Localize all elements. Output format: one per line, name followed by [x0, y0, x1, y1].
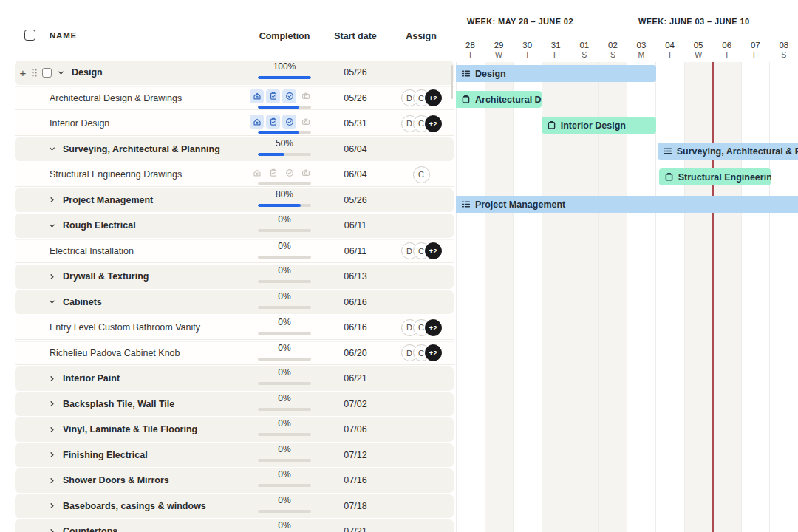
task-name[interactable]: Architectural Design & Drawings [50, 93, 182, 103]
drag-handle-icon[interactable] [30, 68, 38, 78]
check-badge-icon[interactable] [282, 115, 296, 129]
day-header[interactable]: 06T [712, 41, 741, 59]
task-name[interactable]: Countertops [63, 526, 117, 532]
day-header[interactable]: 29W [485, 41, 514, 59]
task-name[interactable]: Cabinets [63, 297, 102, 307]
check-badge-icon[interactable] [282, 166, 296, 180]
select-all-checkbox[interactable] [24, 30, 35, 41]
completion-cell[interactable]: 0% [244, 392, 325, 417]
table-row[interactable]: Finishing Electrical0%07/12 [15, 443, 454, 468]
clipboard-check-icon[interactable] [266, 89, 280, 103]
assignee-cell[interactable] [384, 443, 458, 468]
task-name[interactable]: Rough Electrical [63, 220, 136, 231]
assignee-cell[interactable]: DC+2 [384, 87, 458, 110]
assignee-cell[interactable]: DC+2 [384, 316, 458, 339]
completion-cell[interactable] [244, 163, 325, 186]
start-date-cell[interactable]: 06/04 [322, 163, 389, 186]
table-row[interactable]: Entry Level Custom Bathroom Vanity0%06/1… [15, 316, 454, 340]
home-icon[interactable] [250, 115, 264, 129]
completion-cell[interactable]: 0% [244, 240, 325, 263]
task-name[interactable]: Project Management [63, 195, 153, 205]
day-header[interactable]: 02S [598, 41, 627, 59]
table-row[interactable]: Project Management80%05/26 [15, 188, 454, 213]
home-icon[interactable] [250, 166, 264, 180]
table-row[interactable]: Structural Engineering Drawings06/04C [15, 163, 454, 187]
chevron-down-icon[interactable] [47, 221, 56, 230]
home-icon[interactable] [250, 89, 264, 103]
assignee-cell[interactable] [384, 519, 458, 532]
clipboard-check-icon[interactable] [266, 166, 280, 180]
start-date-cell[interactable]: 06/21 [322, 366, 389, 391]
completion-cell[interactable]: 0% [244, 290, 325, 315]
chevron-right-icon[interactable] [47, 425, 56, 434]
day-header[interactable]: 31F [542, 41, 570, 59]
completion-cell[interactable]: 0% [244, 342, 325, 365]
task-name[interactable]: Backsplash Tile, Wall Tile [63, 399, 174, 409]
table-scrollbar[interactable] [451, 65, 453, 99]
task-name[interactable]: Richelieu Padova Cabinet Knob [50, 348, 180, 358]
chevron-right-icon[interactable] [47, 400, 56, 409]
task-name[interactable]: Surveying, Architectural & Planning [63, 144, 220, 154]
table-row[interactable]: Rough Electrical0%06/11 [15, 214, 454, 238]
table-row[interactable]: Drywall & Texturing0%06/13 [15, 265, 454, 289]
table-row[interactable]: Richelieu Padova Cabinet Knob0%06/20DC+2 [15, 341, 454, 366]
assignee-cell[interactable] [384, 214, 458, 238]
start-date-cell[interactable]: 06/13 [322, 265, 389, 289]
table-row[interactable]: Shower Doors & Mirrors0%07/16 [15, 468, 454, 493]
table-row[interactable]: Interior Design05/31DC+2 [15, 112, 454, 136]
clipboard-check-icon[interactable] [266, 115, 280, 129]
completion-cell[interactable]: 0% [244, 265, 325, 289]
table-row[interactable]: Vinyl, Laminate & Tile Flooring0%07/06 [15, 417, 454, 442]
start-date-cell[interactable]: 05/26 [322, 61, 389, 85]
task-name[interactable]: Drywall & Texturing [63, 271, 149, 282]
day-header[interactable]: 05W [684, 41, 713, 59]
table-row[interactable]: Baseboards, casings & windows0%07/18 [15, 494, 454, 519]
chevron-down-icon[interactable] [56, 68, 65, 77]
gantt-bar[interactable]: Project Management [456, 196, 798, 213]
camera-icon[interactable] [299, 89, 313, 103]
start-date-cell[interactable]: 06/11 [322, 214, 389, 238]
assignee-cell[interactable] [384, 61, 458, 85]
assignee-cell[interactable]: C [384, 163, 458, 186]
chevron-down-icon[interactable] [47, 298, 56, 307]
start-date-cell[interactable]: 07/02 [322, 392, 389, 417]
day-header[interactable]: 03M [627, 41, 655, 59]
start-date-cell[interactable]: 07/21 [322, 519, 389, 532]
table-row[interactable]: Electrical Installation0%06/11DC+2 [15, 239, 454, 264]
table-row[interactable]: Backsplash Tile, Wall Tile0%07/02 [15, 392, 454, 417]
assignee-cell[interactable] [384, 468, 458, 493]
assignee-cell[interactable] [384, 417, 458, 442]
row-checkbox[interactable] [42, 68, 52, 78]
day-header[interactable]: 07F [741, 41, 770, 59]
gantt-bar[interactable]: Surveying, Architectural & Planning [658, 143, 798, 160]
completion-cell[interactable]: 0% [244, 519, 325, 532]
completion-cell[interactable]: 0% [244, 366, 325, 391]
task-name[interactable]: Interior Design [50, 118, 109, 129]
chevron-right-icon[interactable] [47, 527, 56, 532]
table-row[interactable]: Architectural Design & Drawings05/26DC+2 [15, 86, 454, 111]
task-name[interactable]: Vinyl, Laminate & Tile Flooring [63, 424, 197, 434]
start-date-cell[interactable]: 07/18 [322, 494, 389, 519]
chevron-right-icon[interactable] [47, 272, 56, 281]
completion-cell[interactable]: 50% [244, 137, 325, 162]
task-name[interactable]: Entry Level Custom Bathroom Vanity [50, 322, 200, 332]
day-header[interactable]: 04T [655, 41, 684, 59]
completion-cell[interactable]: 100% [244, 61, 325, 85]
table-row[interactable]: Surveying, Architectural & Planning50%06… [15, 137, 454, 162]
assignee-cell[interactable]: DC+2 [384, 342, 458, 365]
completion-cell[interactable]: 80% [244, 188, 325, 213]
check-badge-icon[interactable] [282, 89, 296, 103]
completion-cell[interactable]: 0% [244, 468, 325, 493]
assignee-overflow-badge[interactable]: +2 [425, 242, 442, 259]
gantt-bar[interactable]: Design [456, 65, 656, 82]
camera-icon[interactable] [299, 115, 313, 129]
avatar[interactable]: C [413, 166, 430, 183]
start-date-cell[interactable]: 07/12 [322, 443, 389, 468]
day-header[interactable]: 01S [570, 41, 598, 59]
task-name[interactable]: Interior Paint [63, 373, 120, 383]
table-row[interactable]: Cabinets0%06/16 [15, 290, 454, 315]
completion-cell[interactable]: 0% [244, 214, 325, 238]
assignee-cell[interactable] [384, 366, 458, 391]
task-name[interactable]: Baseboards, casings & windows [63, 501, 206, 511]
camera-icon[interactable] [299, 166, 313, 180]
